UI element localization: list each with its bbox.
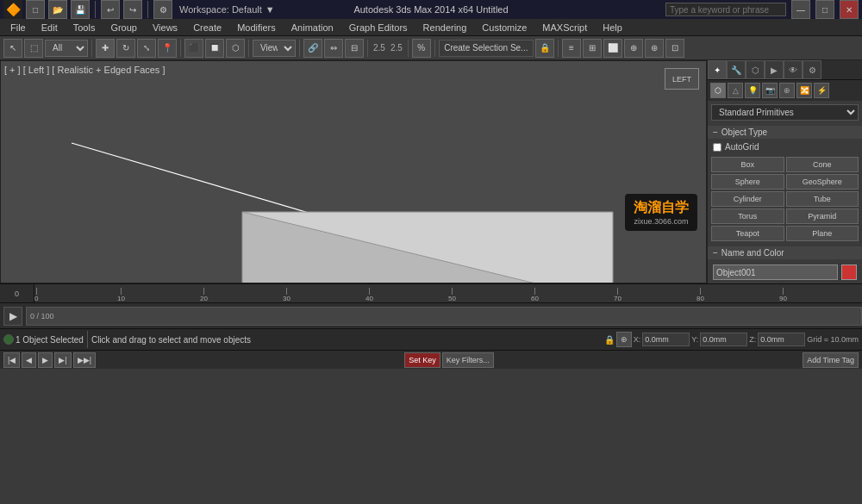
maximize-btn[interactable]: □	[815, 0, 834, 19]
btn-tube[interactable]: Tube	[786, 191, 859, 207]
snap-btn[interactable]: 🔲	[205, 39, 224, 58]
btn-cylinder[interactable]: Cylinder	[711, 191, 784, 207]
percent-btn[interactable]: %	[412, 39, 431, 58]
btn-torus[interactable]: Torus	[711, 208, 784, 224]
options-btn[interactable]: ⚙	[153, 0, 172, 19]
filter-select[interactable]: All	[45, 40, 88, 57]
menu-views[interactable]: Views	[146, 22, 184, 34]
menu-help[interactable]: Help	[596, 22, 629, 34]
extra-btn[interactable]: ⊕	[624, 39, 643, 58]
set-key-btn[interactable]: Set Key	[404, 352, 440, 368]
z-coord[interactable]	[758, 333, 805, 346]
extra3-btn[interactable]: ⊡	[665, 39, 684, 58]
open-btn[interactable]: 📂	[48, 0, 67, 19]
object-type-header[interactable]: − Object Type	[708, 126, 862, 139]
autogrid-checkbox[interactable]	[713, 143, 721, 152]
extra2-btn[interactable]: ⊛	[645, 39, 664, 58]
scale-btn[interactable]: ⤡	[137, 39, 156, 58]
primitive-type-select[interactable]: Standard Primitives Extended Primitives	[711, 104, 859, 121]
tab-hierarchy[interactable]: ⬡	[746, 60, 765, 79]
lock-icon: 🔒	[604, 335, 615, 345]
menu-animation[interactable]: Animation	[284, 22, 340, 34]
btn-plane[interactable]: Plane	[786, 226, 859, 241]
selection-status: 1 Object Selected	[16, 335, 84, 345]
tab-utilities[interactable]: ⚙	[803, 60, 821, 79]
menu-edit[interactable]: Edit	[34, 22, 65, 34]
undo-btn[interactable]: ↩	[101, 0, 120, 19]
new-btn[interactable]: □	[26, 0, 45, 19]
menu-tools[interactable]: Tools	[66, 22, 103, 34]
layers-btn[interactable]: ⊞	[583, 39, 602, 58]
save-btn[interactable]: 💾	[71, 0, 90, 19]
name-color-label: Name and Color	[721, 248, 784, 258]
play-button[interactable]: ▶	[3, 307, 22, 326]
sep4	[180, 40, 181, 57]
ruler-mark-40: 40	[365, 284, 373, 302]
select-region-btn[interactable]: ⬚	[24, 39, 43, 58]
menu-maxscript[interactable]: MAXScript	[535, 22, 594, 34]
menu-group[interactable]: Group	[103, 22, 144, 34]
search-input[interactable]	[665, 3, 786, 16]
subtab-dynamics[interactable]: ⚡	[814, 83, 829, 98]
menu-rendering[interactable]: Rendering	[416, 22, 474, 34]
app-icon[interactable]: 🔶	[3, 0, 22, 19]
subtab-lights[interactable]: 💡	[745, 83, 760, 98]
add-time-tag-btn[interactable]: Add Time Tag	[803, 352, 859, 368]
subtab-shapes[interactable]: △	[728, 83, 743, 98]
snap3d-btn[interactable]: 🔗	[303, 39, 322, 58]
subtab-helpers[interactable]: ⊕	[779, 83, 795, 98]
subtab-geometry[interactable]: ⬡	[710, 83, 726, 98]
rotate-btn[interactable]: ↻	[116, 39, 135, 58]
timeline-slider[interactable]: 0 / 100	[26, 307, 862, 326]
btn-cone[interactable]: Cone	[786, 157, 859, 172]
ribbon-btn[interactable]: ⬜	[603, 39, 622, 58]
btn-teapot[interactable]: Teapot	[711, 226, 784, 241]
name-color-header[interactable]: − Name and Color	[708, 246, 862, 259]
tab-modify[interactable]: 🔧	[727, 60, 746, 79]
tab-motion[interactable]: ▶	[765, 60, 784, 79]
close-btn[interactable]: ✕	[840, 0, 859, 19]
ref-btn[interactable]: ⬛	[184, 39, 203, 58]
object-color-swatch[interactable]	[841, 264, 857, 280]
selection-input[interactable]	[439, 40, 534, 57]
x-coord[interactable]	[642, 333, 690, 346]
subtab-space[interactable]: 🔀	[796, 83, 812, 98]
sep-s1	[87, 331, 88, 348]
btn-geosphere[interactable]: GeoSphere	[786, 174, 859, 190]
isolate-btn[interactable]: ⊛	[616, 332, 632, 347]
minimize-btn[interactable]: —	[791, 0, 810, 19]
ruler-mark-70: 70	[614, 284, 622, 302]
redo-btn[interactable]: ↪	[123, 0, 142, 19]
mirror-btn[interactable]: ⇔	[324, 39, 343, 58]
named-sel-btn[interactable]: ≡	[562, 39, 581, 58]
select-btn[interactable]: ↖	[3, 39, 22, 58]
y-coord[interactable]	[700, 333, 747, 346]
prev-btn[interactable]: ◀	[22, 352, 36, 368]
last-frame-btn[interactable]: ▶▶|	[73, 352, 96, 368]
place-btn[interactable]: 📍	[158, 39, 177, 58]
next-btn[interactable]: ▶|	[54, 352, 71, 368]
prev-frame-btn[interactable]: |◀	[3, 352, 20, 368]
menu-graph-editors[interactable]: Graph Editors	[342, 22, 415, 34]
object-name-input[interactable]	[713, 264, 838, 280]
menu-modifiers[interactable]: Modifiers	[230, 22, 283, 34]
tab-create[interactable]: ✦	[708, 60, 727, 79]
sep5	[248, 40, 249, 57]
play-anim-btn[interactable]: ▶	[38, 352, 53, 368]
btn-box[interactable]: Box	[711, 157, 784, 172]
snap2d-btn[interactable]: ⬡	[226, 39, 245, 58]
subtab-camera[interactable]: 📷	[762, 83, 778, 98]
status-light	[3, 334, 14, 345]
menu-file[interactable]: File	[3, 22, 33, 34]
move-btn[interactable]: ✚	[96, 39, 115, 58]
menu-create[interactable]: Create	[186, 22, 228, 34]
key-filters-btn[interactable]: Key Filters...	[442, 352, 494, 368]
tab-display[interactable]: 👁	[784, 60, 803, 79]
btn-sphere[interactable]: Sphere	[711, 174, 784, 190]
menu-customize[interactable]: Customize	[475, 22, 534, 34]
lock-btn[interactable]: 🔒	[535, 39, 554, 58]
view-select[interactable]: View	[253, 40, 296, 57]
btn-pyramid[interactable]: Pyramid	[786, 208, 859, 224]
viewport[interactable]: [ + ] [ Left ] [ Realistic + Edged Faces…	[0, 60, 707, 283]
align-btn[interactable]: ⊟	[345, 39, 364, 58]
